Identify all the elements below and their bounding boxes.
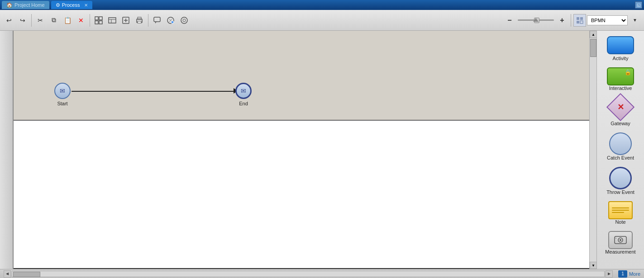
start-node-shape: ✉: [54, 83, 71, 99]
page-number-button[interactable]: 1: [618, 270, 627, 278]
process-arrow: [72, 91, 234, 92]
svg-point-15: [171, 21, 174, 24]
scroll-track: [590, 38, 596, 262]
scroll-left-button[interactable]: ◀: [4, 270, 11, 278]
panel-item-throw-event[interactable]: Throw Event: [600, 165, 641, 197]
svg-rect-21: [580, 21, 583, 24]
print-button[interactable]: [133, 14, 146, 27]
canvas-wrapper: ✉ Start ✉ End ▲ ▼: [14, 31, 596, 269]
toolbar-separator-1: [31, 14, 32, 27]
tab-process[interactable]: ⚙ Process ✕: [51, 1, 93, 9]
end-node-label: End: [239, 101, 248, 106]
interactive-icon: 🔒: [607, 67, 634, 85]
interactive-label: Interactive: [609, 85, 632, 91]
panel-item-measurement[interactable]: Measurement: [600, 229, 641, 256]
lane-top: ✉ Start ✉ End: [14, 31, 596, 121]
activity-label: Activity: [613, 56, 629, 61]
left-sidebar: [0, 31, 14, 269]
end-node[interactable]: ✉ End: [235, 83, 252, 106]
catch-event-label: Catch Event: [607, 155, 634, 160]
svg-point-16: [181, 17, 187, 24]
svg-rect-4: [109, 18, 116, 23]
end-node-shape: ✉: [235, 83, 252, 99]
panel-item-note[interactable]: Note: [600, 199, 641, 226]
more-label[interactable]: More: [629, 271, 640, 277]
panel-item-activity[interactable]: Activity: [600, 34, 641, 63]
tool6-button[interactable]: [178, 14, 191, 27]
svg-rect-3: [99, 21, 102, 24]
panel-item-gateway[interactable]: ✕ Gateway: [600, 95, 641, 128]
svg-point-17: [183, 19, 186, 22]
process-icon: ⚙: [56, 2, 60, 8]
svg-rect-0: [95, 17, 98, 20]
svg-rect-19: [580, 17, 583, 20]
svg-rect-12: [138, 21, 141, 23]
tab-project-home[interactable]: 🏠 Project Home: [2, 1, 49, 9]
gateway-label: Gateway: [611, 121, 630, 126]
zoom-controls: − +: [503, 14, 568, 27]
zoom-in-button[interactable]: +: [556, 14, 568, 27]
note-icon: [608, 201, 633, 219]
tab-close-icon[interactable]: ✕: [84, 3, 88, 8]
cut-button[interactable]: ✂: [34, 14, 47, 27]
diagram-dropdown-button[interactable]: ▼: [629, 14, 641, 27]
toolbar-separator-3: [148, 14, 148, 27]
start-envelope-icon: ✉: [60, 87, 65, 94]
scroll-down-button[interactable]: ▼: [590, 262, 597, 269]
paste-button[interactable]: 📋: [61, 14, 74, 27]
main-area: ✉ Start ✉ End ▲ ▼: [0, 31, 644, 269]
svg-rect-18: [577, 17, 579, 20]
svg-rect-20: [577, 21, 579, 24]
right-panel: Activity 🔒 Interactive ✕ Gateway Catch E…: [596, 31, 644, 269]
title-bar: 🏠 Project Home ⚙ Process ✕ ◱: [0, 0, 644, 10]
svg-rect-2: [95, 21, 98, 24]
scroll-right-button[interactable]: ▶: [606, 270, 613, 278]
throw-event-icon: [609, 167, 632, 189]
comment-button[interactable]: [151, 14, 163, 27]
project-home-icon: 🏠: [6, 2, 13, 8]
activity-icon: [607, 36, 634, 54]
zoom-slider-track[interactable]: [518, 17, 554, 24]
redo-button[interactable]: ↪: [16, 14, 29, 27]
svg-rect-13: [154, 17, 160, 22]
tool5-button[interactable]: [164, 14, 177, 27]
note-label: Note: [615, 219, 625, 225]
scroll-thumb[interactable]: [590, 39, 596, 57]
copy-button[interactable]: ⧉: [48, 14, 60, 27]
horizontal-scroll-thumb[interactable]: [13, 272, 40, 277]
canvas-scrollbar: ▲ ▼: [589, 31, 596, 269]
diagram-type-select[interactable]: BPMN UML Flowchart: [587, 15, 628, 25]
catch-event-icon: [609, 132, 632, 155]
undo-button[interactable]: ↩: [3, 14, 15, 27]
view-button[interactable]: [573, 14, 586, 27]
status-bar: ◀ ▶ 1 More: [0, 269, 644, 278]
svg-point-24: [620, 239, 621, 241]
panel-item-catch-event[interactable]: Catch Event: [600, 131, 641, 162]
window-resize-button[interactable]: ◱: [635, 1, 642, 9]
tool2-button[interactable]: [106, 14, 119, 27]
horizontal-scroll-track: [12, 271, 605, 277]
zoom-out-button[interactable]: −: [503, 14, 516, 27]
tool1-button[interactable]: [92, 14, 105, 27]
scroll-up-button[interactable]: ▲: [590, 31, 597, 38]
toolbar: ↩ ↪ ✂ ⧉ 📋 ✕ − + BPMN: [0, 10, 644, 31]
toolbar-separator-2: [90, 14, 90, 27]
measurement-icon: [608, 231, 633, 249]
svg-rect-1: [99, 17, 102, 20]
end-envelope-icon: ✉: [241, 87, 246, 94]
throw-event-label: Throw Event: [606, 189, 634, 195]
toolbar-separator-4: [571, 14, 571, 27]
tool3-button[interactable]: [119, 14, 132, 27]
measurement-label: Measurement: [605, 249, 635, 254]
lane-bottom: [14, 121, 596, 269]
start-node[interactable]: ✉ Start: [54, 83, 71, 106]
start-node-label: Start: [57, 101, 67, 106]
delete-button[interactable]: ✕: [75, 14, 87, 27]
gateway-icon: ✕: [606, 93, 634, 121]
panel-item-interactive[interactable]: 🔒 Interactive: [600, 66, 641, 93]
